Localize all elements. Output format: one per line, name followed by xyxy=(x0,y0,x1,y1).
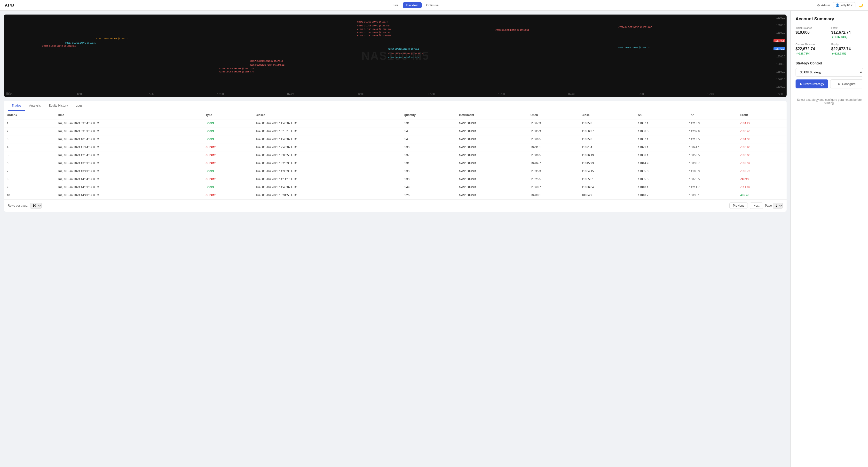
cell-qty: 3.31 xyxy=(401,120,456,127)
cell-open: 10984.7 xyxy=(528,159,579,167)
time-label-11: 12:00 xyxy=(707,93,714,95)
price-level-2: 16000.0 xyxy=(774,24,785,27)
cell-order: 6 xyxy=(4,159,55,167)
initial-balance-label: Initial Balance xyxy=(796,26,828,29)
cell-qty: 3.33 xyxy=(401,167,456,175)
cell-profit: 499.43 xyxy=(737,191,786,199)
tab-equity[interactable]: Equity History xyxy=(44,101,72,111)
theme-toggle[interactable]: 🌙 xyxy=(858,3,863,7)
cell-sl: 11040.1 xyxy=(635,184,686,191)
cell-qty: 3.49 xyxy=(401,184,456,191)
annotation-12: #2352 OPEN LONG @ 15753.1 xyxy=(388,56,419,59)
time-label-12: 22:00 xyxy=(777,93,784,95)
cell-sl: 11018.7 xyxy=(635,191,686,199)
cell-time: Tue, 03 Jan 2023 14:39:59 UTC xyxy=(55,184,203,191)
cell-order: 10 xyxy=(4,191,55,199)
cell-sl: 11037.1 xyxy=(635,135,686,143)
cell-order: 8 xyxy=(4,175,55,184)
page-select[interactable]: 1 xyxy=(773,203,783,208)
cell-closed: Tue, 03 Jan 2023 14:30:30 UTC xyxy=(253,167,401,175)
sidebar: Account Summary Initial Balance $10,000 … xyxy=(790,11,868,467)
table-header-row: Order # Time Type Closed Quantity Instru… xyxy=(4,111,786,120)
cell-instrument: NAS100USD xyxy=(456,135,528,143)
cell-closed: Tue, 03 Jan 2023 15:31:55 UTC xyxy=(253,191,401,199)
admin-button[interactable]: ⚙ Admin xyxy=(817,3,830,7)
annotation-3: #2348 CLOSE LONG @ 15701.98 xyxy=(357,28,391,31)
cell-closed: Tue, 03 Jan 2023 13:00:53 UTC xyxy=(253,152,401,159)
time-label-4: 12:00 xyxy=(217,93,224,95)
profit-label: Profit xyxy=(831,26,863,29)
user-avatar-icon: 👤 xyxy=(836,3,839,7)
cell-profit: -103.37 xyxy=(737,159,786,167)
user-menu[interactable]: 👤 jwtly10 ▾ xyxy=(833,2,856,8)
nav-live[interactable]: Live xyxy=(390,2,402,8)
cell-time: Tue, 03 Jan 2023 11:44:59 UTC xyxy=(55,143,203,152)
cell-time: Tue, 03 Jan 2023 14:04:59 UTC xyxy=(55,175,203,184)
col-closed: Closed xyxy=(253,111,401,120)
annotation-11: #2354 OPEN LONG @ 15753.1 xyxy=(388,48,419,50)
next-button[interactable]: Next xyxy=(750,202,763,209)
start-strategy-button[interactable]: ▶ Start Strategy xyxy=(796,79,828,89)
col-time: Time xyxy=(55,111,203,120)
cell-order: 4 xyxy=(4,143,55,152)
col-tp: T/P xyxy=(686,111,737,120)
table-row: 10 Tue, 03 Jan 2023 14:49:59 UTC SHORT T… xyxy=(4,191,786,199)
nav-optimise[interactable]: Optimise xyxy=(423,2,442,8)
table-row: 7 Tue, 03 Jan 2023 13:49:59 UTC LONG Tue… xyxy=(4,167,786,175)
cell-closed: Tue, 03 Jan 2023 14:11:16 UTC xyxy=(253,175,401,184)
time-label-3: 07-26 xyxy=(147,93,154,95)
chart-price-axis: 16100.0 16000.0 15900.0 15774.8 15770.0 … xyxy=(772,14,786,90)
cell-close: 11035.8 xyxy=(579,120,635,127)
price-highlight-1: 15774.8 xyxy=(774,39,785,42)
cell-time: Tue, 03 Jan 2023 10:54:59 UTC xyxy=(55,135,203,143)
annotation-15: #2354 CLOSE SHORT @ 15440.62 xyxy=(250,64,284,66)
cell-order: 5 xyxy=(4,152,55,159)
tab-analysis[interactable]: Analysis xyxy=(25,101,44,111)
cell-time: Tue, 03 Jan 2023 13:09:59 UTC xyxy=(55,159,203,167)
col-profit: Profit xyxy=(737,111,786,120)
annotation-8: #2305 CLOSE LONG @ 15622.34 xyxy=(42,45,76,47)
col-type: Type xyxy=(203,111,253,120)
strategy-select[interactable]: DJATRStrategy xyxy=(796,68,863,76)
tab-trades[interactable]: Trades xyxy=(8,101,25,111)
cell-instrument: NAS100USD xyxy=(456,175,528,184)
time-label-10: 5:00 xyxy=(639,93,644,95)
annotation-7: #2317 CLOSE LONG @ 15571 xyxy=(65,42,96,44)
user-label: jwtly10 xyxy=(840,3,850,7)
nav-backtest[interactable]: Backtest xyxy=(403,2,422,8)
col-instrument: Instrument xyxy=(456,111,528,120)
rows-per-page-select[interactable]: 10 25 50 xyxy=(30,203,42,208)
previous-button[interactable]: Previous xyxy=(730,202,748,209)
cell-instrument: NAS100USD xyxy=(456,120,528,127)
table-row: 5 Tue, 03 Jan 2023 12:54:59 UTC SHORT Tu… xyxy=(4,152,786,159)
cell-close: 11055.51 xyxy=(579,175,635,184)
table-row: 3 Tue, 03 Jan 2023 10:54:59 UTC LONG Tue… xyxy=(4,135,786,143)
cell-order: 9 xyxy=(4,184,55,191)
chart-annotations: #2342 CLOSE LONG @ 15674 #2343 CLOSE LON… xyxy=(4,14,772,90)
cell-close: 11036.64 xyxy=(579,184,635,191)
cell-instrument: NAS100USD xyxy=(456,159,528,167)
chart-inner: NAS100 M5 #2342 CLOSE LONG @ 15674 #2343… xyxy=(4,14,786,97)
cell-type: SHORT xyxy=(203,152,253,159)
cell-open: 11068.7 xyxy=(528,184,579,191)
price-level-4: 15700.0 xyxy=(774,55,785,58)
cell-order: 3 xyxy=(4,135,55,143)
cell-type: LONG xyxy=(203,135,253,143)
tab-logs[interactable]: Logs xyxy=(72,101,87,111)
tabs-header: Trades Analysis Equity History Logs xyxy=(4,101,786,111)
cell-order: 1 xyxy=(4,120,55,127)
profit-item: Profit $12,672.74 (+126.73%) xyxy=(831,26,863,39)
rows-per-page-control: Rows per page: 10 25 50 xyxy=(8,203,42,208)
strategy-control-title: Strategy Control xyxy=(796,61,863,65)
cell-sl: 11014.9 xyxy=(635,159,686,167)
cell-sl: 11056.5 xyxy=(635,127,686,135)
cell-type: LONG xyxy=(203,120,253,127)
cell-closed: Tue, 03 Jan 2023 13:20:30 UTC xyxy=(253,159,401,167)
rows-per-page-label: Rows per page: xyxy=(8,204,28,207)
cell-qty: 3.33 xyxy=(401,143,456,152)
annotation-16: #2327 CLOSE SHORT @ 15571.33 xyxy=(219,67,254,70)
cell-sl: 11055.5 xyxy=(635,175,686,184)
configure-button[interactable]: ⚙ Configure xyxy=(830,79,863,89)
annotation-17: #2326 CLOSE SHORT @ 15554.76 xyxy=(219,70,254,73)
cell-type: LONG xyxy=(203,127,253,135)
